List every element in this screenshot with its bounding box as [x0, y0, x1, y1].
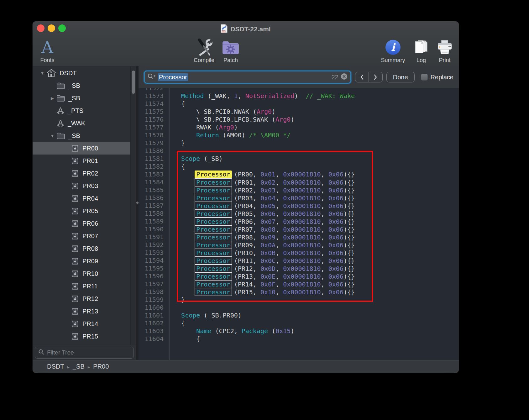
sidebar-item-pr02[interactable]: PR02: [33, 167, 130, 180]
tree-item-label: PR00: [82, 145, 98, 152]
sidebar-scrollbar[interactable]: [130, 66, 136, 345]
sidebar-item-pr05[interactable]: PR05: [33, 205, 130, 217]
line-number: 11597: [139, 280, 167, 288]
code-token: [174, 265, 196, 272]
sidebar-item-pr12[interactable]: PR12: [33, 292, 130, 305]
code-token: ): [272, 108, 275, 115]
find-match-highlight: Processor: [195, 249, 232, 257]
sidebar-item-pr15[interactable]: PR15: [33, 330, 130, 343]
code-token: ): [291, 327, 294, 335]
tree-item-label: PR15: [82, 333, 98, 340]
code-token: 0x00001810: [283, 194, 321, 202]
split-handle-dot[interactable]: [136, 202, 139, 204]
code-token: [174, 312, 181, 319]
code-token: ){}: [343, 234, 355, 241]
code-token: ,: [321, 257, 328, 265]
sidebar-item-pr06[interactable]: PR06: [33, 217, 130, 230]
code-token: \_SB.PCI0.LPCB.SWAK (: [174, 116, 275, 123]
breadcrumb-item-_sb[interactable]: _SB: [73, 363, 85, 370]
sidebar-item-pr01[interactable]: PR01: [33, 155, 130, 167]
sidebar-item-pr04[interactable]: PR04: [33, 192, 130, 205]
filter-tree-input[interactable]: Filter Tree: [35, 347, 134, 359]
code-token: }: [174, 296, 185, 303]
code-token: ,: [275, 202, 283, 210]
search-menu-icon[interactable]: [147, 73, 156, 81]
code-token: ){}: [343, 186, 355, 194]
sidebar-item-pr07[interactable]: PR07: [33, 230, 130, 242]
processor-icon: [71, 207, 79, 215]
compile-label: Compile: [194, 57, 214, 64]
code-token: [174, 210, 196, 218]
close-button[interactable]: [37, 24, 45, 32]
sidebar-item-_wak[interactable]: _WAK: [33, 117, 130, 129]
code-token: Return: [196, 131, 219, 139]
traffic-lights: [37, 24, 66, 32]
zoom-button[interactable]: [58, 24, 66, 32]
sidebar-item-pr14[interactable]: PR14: [33, 318, 130, 330]
sidebar-item-pr13[interactable]: PR13: [33, 305, 130, 318]
sidebar-item-pr03[interactable]: PR03: [33, 180, 130, 192]
sidebar-item-pr10[interactable]: PR10: [33, 267, 130, 280]
code-line: 11597 Processor (PR14, 0x0F, 0x00001810,…: [139, 280, 459, 288]
processor-icon: [71, 194, 79, 203]
code-token: 0x06: [328, 226, 343, 233]
sidebar-item-pr09[interactable]: PR09: [33, 255, 130, 267]
sidebar-item-_pts[interactable]: _PTS: [33, 104, 130, 117]
sidebar-item-pr00[interactable]: PR00: [33, 142, 130, 155]
sidebar-item-dsdt[interactable]: ▼DSDT: [33, 67, 130, 79]
line-number: 11599: [139, 296, 167, 304]
code-token: [174, 92, 181, 100]
print-button[interactable]: Print: [427, 38, 459, 64]
clear-search-icon[interactable]: [340, 73, 348, 81]
breadcrumb-item-pr00[interactable]: PR00: [93, 363, 109, 370]
sidebar-item-pr08[interactable]: PR08: [33, 242, 130, 255]
processor-icon: [71, 307, 79, 316]
code-token: ,: [238, 92, 245, 100]
code-token: ,: [275, 210, 283, 218]
code-token: 0x05: [260, 202, 275, 210]
fonts-button[interactable]: A Fonts: [33, 38, 65, 64]
code-token: 0x06: [328, 234, 343, 241]
code-line: 11579 }: [139, 139, 459, 147]
code-line: 11598 Processor (PR15, 0x10, 0x00001810,…: [139, 288, 459, 296]
done-button[interactable]: Done: [386, 72, 415, 82]
minimize-button[interactable]: [48, 24, 55, 32]
code-token: 0x0F: [260, 281, 275, 288]
sidebar-item-_sb[interactable]: ▼_SB: [33, 129, 130, 142]
code-token: ,: [321, 226, 328, 233]
find-next-button[interactable]: [369, 72, 382, 82]
code-token: ,: [275, 273, 283, 280]
code-token: ,: [275, 288, 283, 296]
code-token: ,: [321, 241, 328, 249]
code-token: 0x0A: [260, 241, 275, 249]
code-token: ,: [275, 234, 283, 241]
code-token: 0x06: [328, 171, 343, 178]
sidebar-item-_sb[interactable]: _SB: [33, 79, 130, 92]
breadcrumb-item-dsdt[interactable]: DSDT: [47, 363, 64, 370]
line-number: 11587: [139, 202, 167, 210]
folder-icon: [56, 132, 65, 139]
sidebar-item-_sb[interactable]: ▶_SB: [33, 92, 130, 104]
code-token: 0x0B: [260, 249, 275, 257]
processor-icon: [71, 182, 79, 190]
tree-item-label: PR02: [82, 170, 98, 177]
code-line: 11585 Processor (PR02, 0x03, 0x00001810,…: [139, 186, 459, 194]
code-editor[interactable]: 1157211573 Method (_WAK, 1, NotSerialize…: [139, 88, 459, 360]
code-token: ){}: [343, 281, 355, 288]
split-divider[interactable]: [136, 66, 139, 360]
code-token: (: [268, 327, 275, 335]
replace-checkbox[interactable]: [421, 74, 428, 81]
titlebar[interactable]: AML DSDT-22.aml: [33, 21, 459, 37]
search-input[interactable]: Processor 22: [144, 71, 351, 84]
disclosure-open-icon[interactable]: ▼: [48, 134, 56, 138]
code-token: {: [174, 335, 200, 343]
code-token: 0x0C: [260, 257, 275, 265]
disclosure-open-icon[interactable]: ▼: [38, 71, 46, 76]
find-match-highlight: Processor: [195, 202, 232, 210]
code-token: 0x00001810: [283, 257, 321, 265]
sidebar-item-pr11[interactable]: PR11: [33, 280, 130, 292]
disclosure-closed-icon[interactable]: ▶: [48, 96, 56, 101]
find-previous-button[interactable]: [355, 72, 369, 82]
patch-button[interactable]: Patch: [213, 38, 248, 64]
sidebar-scrollbar-thumb[interactable]: [132, 71, 135, 94]
